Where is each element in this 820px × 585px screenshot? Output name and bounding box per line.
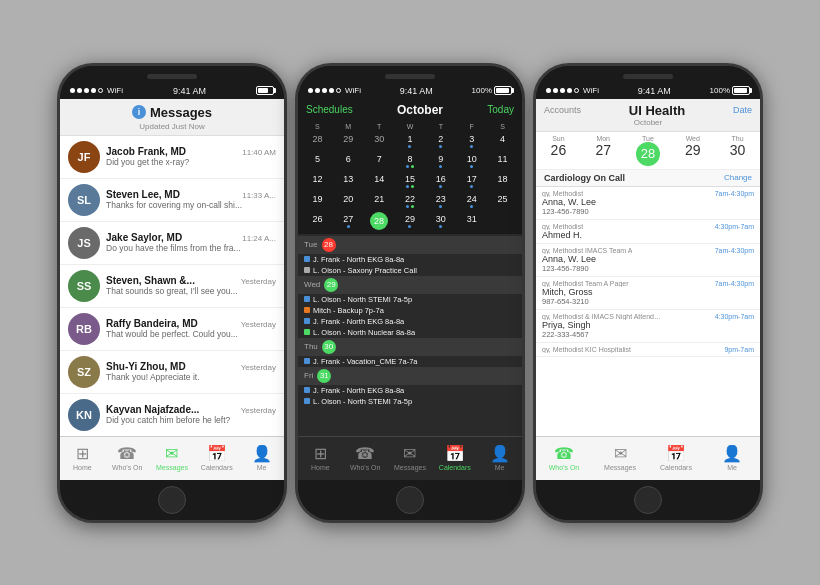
cal-date[interactable]: 7: [364, 152, 395, 171]
cal-date[interactable]: 21: [364, 192, 395, 211]
cal-date[interactable]: 31: [456, 212, 487, 231]
schedule-event[interactable]: L. Olson - Saxony Practice Call: [298, 265, 522, 276]
phone-calendar: WiFi 9:41 AM 100% Schedules October Toda…: [295, 63, 525, 523]
cal-date[interactable]: 18: [487, 172, 518, 191]
cal-days-header: S M T W T F S: [302, 123, 518, 130]
schedule-row[interactable]: gy, Methodist Team A Pager 7am-4:30pm Mi…: [536, 277, 760, 310]
message-item[interactable]: SL Steven Lee, MD 11:33 A... Thanks for …: [60, 179, 284, 222]
schedule-row[interactable]: gy, Methodist KIC Hospitalist 9pm-7am: [536, 343, 760, 357]
cal-date[interactable]: 25: [487, 192, 518, 211]
schedule-event[interactable]: J. Frank - North EKG 8a-8a: [298, 385, 522, 396]
cal-date[interactable]: 11: [487, 152, 518, 171]
tab-icon: 👤: [722, 444, 742, 463]
cal-date[interactable]: 9: [425, 152, 456, 171]
schedule-event[interactable]: Mitch - Backup 7p-7a: [298, 305, 522, 316]
battery-pct-center: 100%: [472, 86, 492, 95]
schedule-row[interactable]: gy, Methodist 4:30pm-7am Ahmed H.: [536, 220, 760, 244]
cal-back[interactable]: Schedules: [306, 104, 353, 115]
message-time: 11:33 A...: [242, 191, 276, 200]
tab-right-calendars[interactable]: 📅 Calendars: [648, 444, 704, 471]
schedule-event[interactable]: J. Frank - North EKG 8a-8a: [298, 316, 522, 327]
info-icon[interactable]: i: [132, 105, 146, 119]
tab-me[interactable]: 👤 Me: [239, 444, 284, 471]
cal-date[interactable]: 28: [370, 212, 388, 230]
cal-date[interactable]: 5: [302, 152, 333, 171]
message-item[interactable]: SZ Shu-Yi Zhou, MD Yesterday Thank you! …: [60, 351, 284, 394]
schedule-event[interactable]: L. Olson - North Nuclear 8a-8a: [298, 327, 522, 338]
tab-label: Calendars: [201, 464, 233, 471]
cal-title: October: [397, 103, 443, 117]
oncall-change[interactable]: Change: [724, 173, 752, 182]
cal-date[interactable]: 4: [487, 132, 518, 151]
schedule-day-header: Thu 30: [298, 338, 522, 356]
cal-date[interactable]: 24: [456, 192, 487, 211]
tab-home[interactable]: ⊞ Home: [60, 444, 105, 471]
schedule-row[interactable]: gy, Methodist & IMACS Night Attending 4:…: [536, 310, 760, 343]
tab-center-me[interactable]: 👤 Me: [477, 444, 522, 471]
date-nav-num: 30: [730, 142, 746, 158]
date-nav-29[interactable]: Wed 29: [670, 135, 715, 166]
date-nav-num: 28: [636, 142, 660, 166]
message-content: Jacob Frank, MD 11:40 AM Did you get the…: [106, 146, 276, 167]
cal-date[interactable]: 30: [425, 212, 456, 231]
day-label: Thu: [304, 342, 318, 351]
date-nav-27[interactable]: Mon 27: [581, 135, 626, 166]
message-item[interactable]: SS Steven, Shawn &... Yesterday That sou…: [60, 265, 284, 308]
cal-date[interactable]: 8: [395, 152, 426, 171]
cal-date[interactable]: 29: [395, 212, 426, 231]
message-item[interactable]: JF Jacob Frank, MD 11:40 AM Did you get …: [60, 136, 284, 179]
home-btn-circle-right[interactable]: [634, 486, 662, 514]
tab-right-messages[interactable]: ✉ Messages: [592, 444, 648, 471]
cal-date[interactable]: 3: [456, 132, 487, 151]
cal-date[interactable]: 17: [456, 172, 487, 191]
schedule-row[interactable]: gy, Methodist 7am-4:30pm Anna, W. Lee 12…: [536, 187, 760, 220]
cal-date[interactable]: 27: [333, 212, 364, 231]
schedule-row[interactable]: gy, Methodist IMACS Team A 7am-4:30pm An…: [536, 244, 760, 277]
cal-date[interactable]: 19: [302, 192, 333, 211]
day-number: 29: [324, 278, 338, 292]
cal-date[interactable]: 22: [395, 192, 426, 211]
tab-center-calendars[interactable]: 📅 Calendars: [432, 444, 477, 471]
cal-date[interactable]: 6: [333, 152, 364, 171]
home-btn-circle-left[interactable]: [158, 486, 186, 514]
date-action[interactable]: Date: [733, 105, 752, 115]
cal-today[interactable]: Today: [487, 104, 514, 115]
cal-date[interactable]: 23: [425, 192, 456, 211]
date-nav-26[interactable]: Sun 26: [536, 135, 581, 166]
tab-calendars[interactable]: 📅 Calendars: [194, 444, 239, 471]
schedule-event[interactable]: J. Frank - North EKG 8a-8a: [298, 254, 522, 265]
cal-date[interactable]: 28: [302, 132, 333, 151]
tab-right-whos-on[interactable]: ☎ Who's On: [536, 444, 592, 471]
cal-date[interactable]: 2: [425, 132, 456, 151]
schedule-event[interactable]: L. Olson - North STEMI 7a-5p: [298, 396, 522, 407]
cal-date[interactable]: 26: [302, 212, 333, 231]
tab-center-home[interactable]: ⊞ Home: [298, 444, 343, 471]
cal-date[interactable]: 1: [395, 132, 426, 151]
cal-date[interactable]: 20: [333, 192, 364, 211]
sched-phone: 123-456-7890: [542, 264, 754, 273]
cal-date[interactable]: 10: [456, 152, 487, 171]
message-item[interactable]: RB Raffy Bandeira, MD Yesterday That wou…: [60, 308, 284, 351]
cal-date[interactable]: 13: [333, 172, 364, 191]
schedule-event[interactable]: J. Frank - Vacation_CME 7a-7a: [298, 356, 522, 367]
tab-right-me[interactable]: 👤 Me: [704, 444, 760, 471]
cal-date[interactable]: 12: [302, 172, 333, 191]
messages-screen: i Messages Updated Just Now JF Jacob Fra…: [60, 99, 284, 480]
sched-location: gy, Methodist & IMACS Night Attending: [542, 313, 662, 320]
cal-date[interactable]: 15: [395, 172, 426, 191]
tab-messages[interactable]: ✉ Messages: [150, 444, 195, 471]
tab-center-messages[interactable]: ✉ Messages: [388, 444, 433, 471]
date-nav-28[interactable]: Tue 28: [626, 135, 671, 166]
avatar: JS: [68, 227, 100, 259]
cal-date[interactable]: 29: [333, 132, 364, 151]
message-item[interactable]: KN Kayvan Najafzade... Yesterday Did you…: [60, 394, 284, 436]
message-item[interactable]: JS Jake Saylor, MD 11:24 A... Do you hav…: [60, 222, 284, 265]
tab-whos-on[interactable]: ☎ Who's On: [105, 444, 150, 471]
schedule-event[interactable]: L. Olson - North STEMI 7a-5p: [298, 294, 522, 305]
date-nav-30[interactable]: Thu 30: [715, 135, 760, 166]
home-btn-circle-center[interactable]: [396, 486, 424, 514]
cal-date[interactable]: 14: [364, 172, 395, 191]
cal-date[interactable]: 30: [364, 132, 395, 151]
tab-center-whos-on[interactable]: ☎ Who's On: [343, 444, 388, 471]
cal-date[interactable]: 16: [425, 172, 456, 191]
